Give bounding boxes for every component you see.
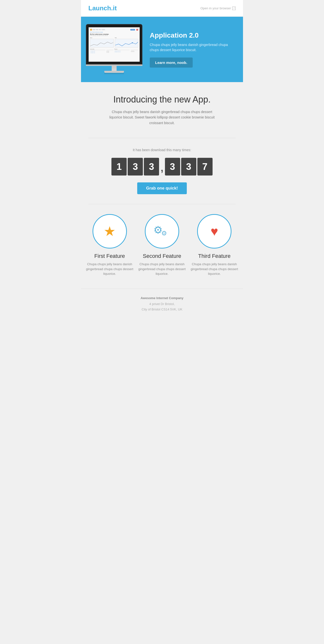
hero-title: Application 2.0 (150, 32, 236, 39)
logo: Launch.it (88, 4, 117, 12)
footer-company: Awesome Internet Company (86, 296, 238, 300)
feature-2-name: Second Feature (138, 253, 185, 259)
footer-address: 4 privet Dr Bristol, City of Bristol CS1… (86, 301, 238, 312)
feature-2: ⚙ ⚙ Second Feature Chupa chups jelly bea… (138, 214, 185, 276)
feature-1-desc: Chupa chups jelly beans danish gingerbre… (86, 262, 133, 276)
digit-comma: , (161, 162, 163, 176)
counter-label: It has been download this many times: (88, 148, 236, 152)
intro-section: Introducing the new App. Chupa chups jel… (81, 82, 243, 138)
feature-3-desc: Chupa chups jelly beans danish gingerbre… (191, 262, 238, 276)
feature-3-name: Third Feature (191, 253, 238, 259)
intro-description: Chupa chups jelly beans danish gingerbre… (107, 109, 217, 126)
feature-1: ★ First Feature Chupa chups jelly beans … (86, 214, 133, 276)
screen-logo: 🎂 (90, 29, 92, 31)
hero-monitor: 🎂 Drafts Follow Sent Contacts Compose Ba… (86, 24, 142, 75)
logo-highlight: it (113, 4, 117, 12)
external-link-icon: ↗ (232, 7, 236, 10)
star-icon: ★ (104, 225, 116, 238)
feature-2-desc: Chupa chups jelly beans danish gingerbre… (138, 262, 185, 276)
footer: Awesome Internet Company 4 privet Dr Bri… (81, 288, 243, 322)
hero-cta-button[interactable]: Learn more, noob. (150, 58, 193, 68)
hero-section: 🎂 Drafts Follow Sent Contacts Compose Ba… (81, 17, 243, 82)
counter-section: It has been download this many times: 1 … (81, 138, 243, 204)
heart-icon: ♥ (211, 225, 218, 238)
monitor-stand-neck (112, 66, 117, 71)
monitor-reflection (104, 73, 124, 75)
feature-1-name: First Feature (86, 253, 133, 259)
digit-1: 1 (111, 158, 127, 176)
screen-campaign-title: My first subterranean campaign. (90, 34, 138, 35)
gear-cluster: ⚙ ⚙ (154, 223, 170, 240)
features-section: ★ First Feature Chupa chups jelly beans … (81, 204, 243, 288)
open-browser-label: Open in your browser (200, 6, 231, 10)
feature-3-circle: ♥ (197, 214, 231, 248)
screen-campaign-sub: Some 4 days ago in 133 contacts from thi… (90, 35, 138, 36)
digit-3: 3 (144, 158, 159, 176)
feature-2-circle: ⚙ ⚙ (145, 214, 179, 248)
monitor-stand-base (104, 71, 124, 73)
features-grid: ★ First Feature Chupa chups jelly beans … (86, 214, 238, 276)
digit-5: 3 (181, 158, 196, 176)
screen-breadcrumb: Back > My first subterranean campaign (90, 32, 138, 33)
footer-address-line1: 4 privet Dr Bristol, (149, 302, 174, 306)
intro-title: Introducing the new App. (91, 94, 233, 105)
grab-button[interactable]: Grab one quick! (137, 182, 186, 194)
footer-address-line2: City of Bristol CS14 5VK, UK (142, 308, 182, 311)
monitor-screen: 🎂 Drafts Follow Sent Contacts Compose Ba… (89, 27, 140, 62)
hero-description: Chupa chups jelly beans danish gingerbre… (150, 42, 236, 52)
digit-2: 3 (128, 158, 143, 176)
hero-text: Application 2.0 Chupa chups jelly beans … (150, 32, 236, 68)
header: Launch.it Open in your browser ↗ (81, 0, 243, 17)
open-browser-link[interactable]: Open in your browser ↗ (200, 6, 236, 10)
gear-small-icon: ⚙ (161, 230, 167, 237)
counter-digits: 1 3 3 , 3 3 7 (88, 158, 236, 176)
svg-point-0 (132, 42, 133, 43)
digit-4: 3 (165, 158, 180, 176)
digit-6: 7 (197, 158, 213, 176)
feature-3: ♥ Third Feature Chupa chups jelly beans … (191, 214, 238, 276)
logo-text: Launch. (88, 4, 113, 12)
feature-1-circle: ★ (93, 214, 127, 248)
monitor-frame: 🎂 Drafts Follow Sent Contacts Compose Ba… (86, 24, 142, 64)
